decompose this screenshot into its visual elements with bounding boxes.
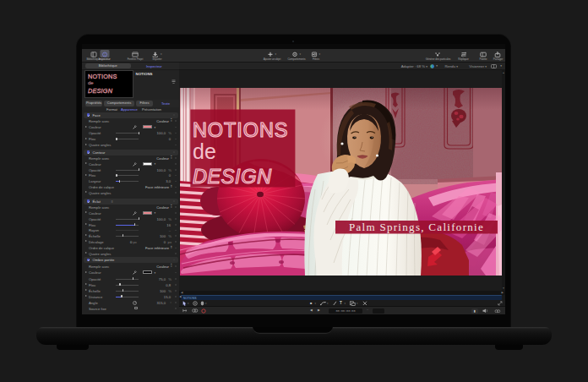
svg-text:de: de [193, 139, 216, 162]
svg-text:NOTIONS: NOTIONS [193, 119, 288, 141]
svg-text:DESIGN: DESIGN [193, 165, 272, 187]
svg-text:Palm Springs, Californie: Palm Springs, Californie [349, 221, 484, 233]
